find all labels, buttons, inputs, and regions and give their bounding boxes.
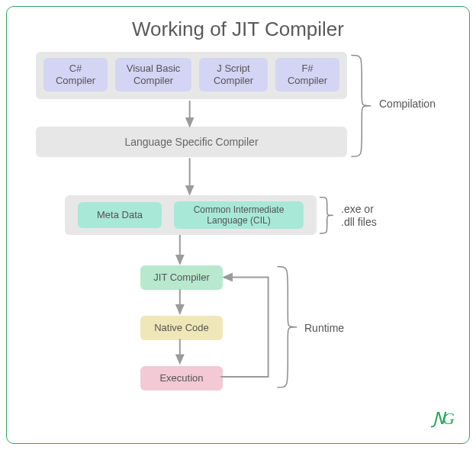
box-meta-data: Meta Data: [78, 202, 162, 228]
box-jit-compiler: JIT Compiler: [140, 265, 223, 290]
box-csharp-compiler: C#Compiler: [43, 58, 108, 92]
logo-gfg: ƝG: [433, 409, 452, 429]
compilers-group: C#Compiler Visual BasicCompiler J Script…: [36, 52, 347, 99]
annotation-compilation: Compilation: [379, 98, 436, 111]
diagram-canvas: C#Compiler Visual BasicCompiler J Script…: [21, 52, 455, 426]
language-specific-group: Language Specific Compiler: [36, 127, 347, 157]
annotation-exe-dll: .exe or.dll files: [341, 203, 377, 229]
box-vb-compiler: Visual BasicCompiler: [115, 58, 191, 92]
diagram-title: Working of JIT Compiler: [21, 18, 455, 41]
box-fsharp-compiler: F#Compiler: [275, 58, 339, 92]
cil-group: Meta Data Common IntermediateLanguage (C…: [65, 195, 317, 235]
language-specific-label: Language Specific Compiler: [124, 136, 258, 148]
box-execution: Execution: [140, 366, 223, 391]
annotation-runtime: Runtime: [304, 322, 344, 335]
box-cil: Common IntermediateLanguage (CIL): [174, 201, 304, 229]
diagram-frame: Working of JIT Compiler C#Compiler Visua…: [6, 6, 470, 444]
box-native-code: Native Code: [140, 316, 223, 340]
box-jscript-compiler: J ScriptCompiler: [199, 58, 268, 92]
